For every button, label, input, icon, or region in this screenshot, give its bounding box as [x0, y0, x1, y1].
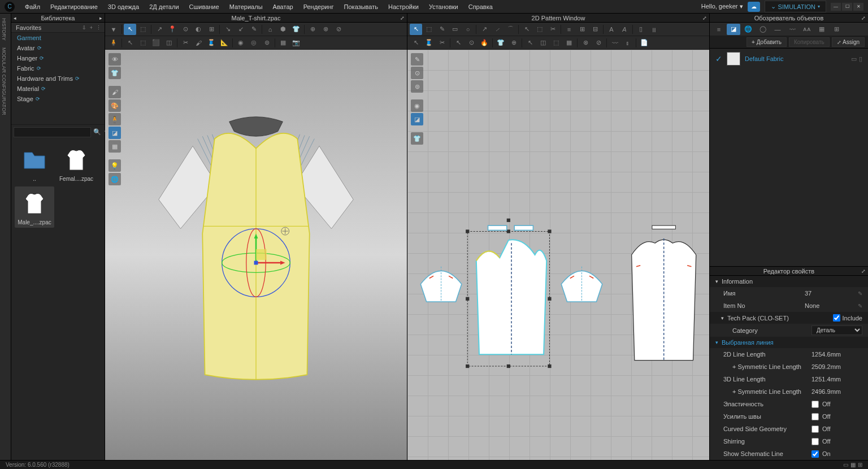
status-icon-2[interactable]: ▦ [850, 462, 856, 468]
menu-avatar[interactable]: Аватар [268, 2, 298, 12]
tool2d-select-icon[interactable]: ↖ [410, 24, 422, 35]
tool2d2-l-icon[interactable]: ▦ [563, 37, 575, 49]
menu-edit[interactable]: Редактирование [46, 2, 102, 12]
refresh-icon[interactable]: ⟳ [40, 55, 44, 61]
tool-d-icon[interactable]: ⌂ [264, 24, 276, 35]
tool2d2-q-icon[interactable]: 📄 [638, 37, 650, 49]
refresh-icon[interactable]: ⟳ [41, 86, 46, 92]
more-icon[interactable]: ⋮ [96, 25, 101, 31]
refresh-icon[interactable]: ⟳ [36, 96, 40, 102]
tool-select-mesh-icon[interactable]: ⬚ [137, 24, 149, 35]
tool2-m-icon[interactable]: 📷 [290, 37, 302, 49]
shirring-checkbox[interactable] [811, 438, 819, 445]
library-item-material[interactable]: Material ⟳ [11, 84, 105, 94]
tool-e-icon[interactable]: ⬢ [277, 24, 289, 35]
tool2d-n-icon[interactable]: A [605, 24, 618, 35]
library-item-fabric[interactable]: Fabric ⟳ [11, 63, 105, 73]
refresh-icon[interactable]: ⟳ [75, 76, 80, 81]
tool2d-b-icon[interactable]: ✎ [436, 24, 448, 35]
thumbnail-item[interactable]: .. [15, 143, 54, 184]
add-icon[interactable]: + [90, 25, 93, 31]
history-tab[interactable]: HISTORY [1, 18, 10, 41]
tool2-d-icon[interactable]: ◫ [163, 37, 175, 49]
popout-icon[interactable]: ⤢ [400, 15, 405, 21]
info-section-header[interactable]: ▾Information [710, 276, 868, 287]
tool2d2-b-icon[interactable]: 🧵 [423, 37, 435, 49]
tool2-l-icon[interactable]: ▦ [277, 37, 289, 49]
tool2d2-p-icon[interactable]: ⫾ [622, 37, 634, 49]
tool-h-icon[interactable]: ⊗ [319, 24, 332, 35]
tool2d2-a-icon[interactable]: ↖ [410, 37, 422, 49]
library-item-avatar[interactable]: Avatar ⟳ [11, 43, 105, 53]
menu-2d-pattern[interactable]: 2Д детали [145, 2, 183, 12]
status-icon-3[interactable]: ⊞ [858, 462, 862, 468]
tab-more-icon[interactable]: ⊞ [830, 24, 843, 35]
side-wire-icon[interactable]: ▦ [108, 140, 121, 153]
library-item-garment[interactable]: Garment [11, 33, 105, 43]
fabric-list-item[interactable]: ✓ Default Fabric ▭ ▯ [710, 49, 868, 69]
menu-sewing[interactable]: Сшивание [185, 2, 224, 12]
edit-icon[interactable]: ✎ [858, 290, 862, 297]
tool2d2-n-icon[interactable]: ⊘ [592, 37, 605, 49]
side-shirt-icon[interactable]: 👕 [108, 67, 121, 79]
tool2d2-e-icon[interactable]: ⊙ [465, 37, 478, 49]
tool-f-icon[interactable]: 👕 [290, 24, 302, 35]
tool-c-icon[interactable]: ✎ [248, 24, 260, 35]
add-button[interactable]: + Добавить [747, 37, 787, 47]
popout-2d-icon[interactable]: ⤢ [702, 15, 707, 21]
tool-fold-icon[interactable]: ◐ [192, 24, 205, 35]
tab-button-icon[interactable]: ◯ [756, 24, 770, 35]
side-light-icon[interactable]: 💡 [108, 159, 121, 172]
tool2d2-c-icon[interactable]: ✂ [436, 37, 448, 49]
tool2-i-icon[interactable]: ◉ [235, 37, 247, 49]
close-button[interactable]: ✕ [853, 3, 863, 11]
side-surface-icon[interactable]: ◪ [108, 127, 121, 139]
menu-materials[interactable]: Материалы [225, 2, 267, 12]
tool2d-f-icon[interactable]: ⟋ [491, 24, 504, 35]
library-item-hanger[interactable]: Hanger ⟳ [11, 53, 105, 63]
include-checkbox[interactable] [833, 314, 840, 322]
library-item-stage[interactable]: Stage ⟳ [11, 94, 105, 104]
tool-arrange-icon[interactable]: ⊞ [205, 24, 218, 35]
search-icon[interactable]: 🔍 [92, 127, 102, 137]
fabric-opt2-icon[interactable]: ▯ [859, 55, 862, 63]
tool2d-c-icon[interactable]: ▭ [449, 24, 461, 35]
tool2-f-icon[interactable]: 🖌 [192, 37, 205, 49]
tool2d-e-icon[interactable]: ↗ [478, 24, 491, 35]
collapse-icon[interactable]: ◂ [14, 15, 102, 21]
fabric-opt1-icon[interactable]: ▭ [851, 55, 857, 63]
tool2d2-i-icon[interactable]: ↖ [524, 37, 536, 49]
tool-a-icon[interactable]: ↘ [222, 24, 234, 35]
menu-help[interactable]: Справка [464, 2, 497, 12]
tool2-e-icon[interactable]: ✂ [179, 37, 192, 49]
edit-icon[interactable]: ✎ [858, 303, 862, 309]
tab-stitch-icon[interactable]: — [771, 24, 784, 35]
tool2d-j-icon[interactable]: ✂ [546, 24, 559, 35]
tool2d-h-icon[interactable]: ↖ [520, 24, 533, 35]
maximize-button[interactable]: ☐ [842, 3, 852, 11]
tool2-h-icon[interactable]: 📐 [218, 37, 231, 49]
popout-obj-icon[interactable]: ⤢ [861, 15, 866, 21]
side-paint-icon[interactable]: 🎨 [108, 99, 121, 112]
tool2d2-f-icon[interactable]: 🔥 [478, 37, 491, 49]
tool2d-i-icon[interactable]: ⬚ [533, 24, 546, 35]
side-brush-icon[interactable]: 🖌 [108, 86, 121, 98]
tool-i-icon[interactable]: ⊘ [332, 24, 345, 35]
tool2d-o-icon[interactable]: A [618, 24, 631, 35]
menu-render[interactable]: Рендеринг [299, 2, 338, 12]
library-search-input[interactable] [14, 127, 91, 137]
tool2d2-h-icon[interactable]: ⊕ [507, 37, 520, 49]
canvas-2d[interactable]: ✎ ⊙ ⊚ ◉ ◪ 👕 [407, 50, 709, 460]
tab-globe-icon[interactable]: 🌐 [741, 24, 755, 35]
menu-install[interactable]: Установки [424, 2, 463, 12]
tool2d-p-icon[interactable]: ▯ [635, 24, 647, 35]
tool2d-k-icon[interactable]: ≡ [563, 24, 575, 35]
tool2d2-o-icon[interactable]: 〰 [609, 37, 621, 49]
techpack-header[interactable]: ▾Tech Pack (CLO-SET) Include [710, 312, 868, 324]
tool-select-icon[interactable]: ↖ [124, 24, 136, 35]
tool2-avatar-icon[interactable]: 🧍 [107, 37, 120, 49]
tool2d-m-icon[interactable]: ⊟ [589, 24, 601, 35]
tab-scene-icon[interactable]: ≡ [712, 24, 726, 35]
tool2d2-j-icon[interactable]: ◫ [537, 37, 549, 49]
thumbnail-item[interactable]: Femal....zpac [57, 143, 96, 184]
